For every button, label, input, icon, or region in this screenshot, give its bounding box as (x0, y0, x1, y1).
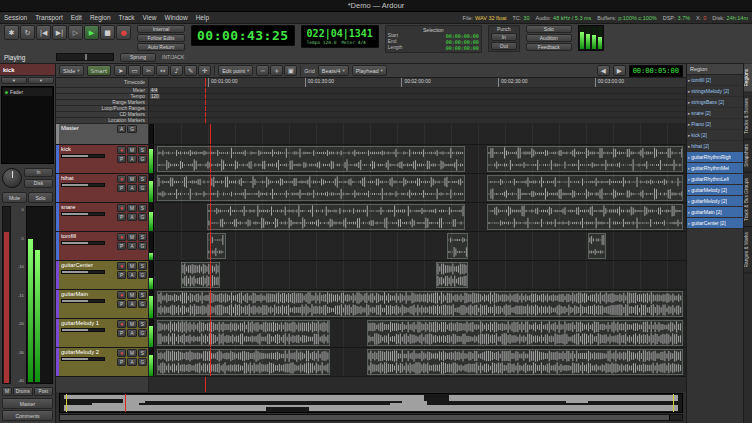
playhead-line[interactable] (210, 319, 211, 347)
play-range-button[interactable]: ▷ (68, 25, 83, 40)
mute-button[interactable]: M (127, 146, 136, 154)
output-routing-button[interactable]: Master (2, 398, 53, 409)
track-header-guitarmelody-1[interactable]: guitarMelody 1●MSPAG (56, 319, 149, 347)
zoom-out-button[interactable]: − (256, 65, 269, 76)
audio-region[interactable] (367, 349, 684, 375)
comments-button[interactable]: Comments (2, 410, 53, 421)
tool-stretch-button[interactable]: ↔ (156, 65, 169, 76)
playhead-line[interactable] (210, 290, 211, 318)
expand-icon[interactable]: ▸ (688, 177, 690, 182)
expand-icon[interactable]: ▸ (688, 133, 690, 138)
group-button[interactable]: G (138, 358, 147, 366)
track-fader[interactable] (61, 328, 105, 332)
regions-header[interactable]: Region (687, 64, 743, 75)
solo-button[interactable]: S (138, 146, 147, 154)
track-header-hihat[interactable]: hihat●MSPAG (56, 174, 149, 202)
group-button[interactable]: G (138, 184, 147, 192)
nudge-back-button[interactable]: ◀ (597, 65, 610, 76)
horizontal-scrollbar[interactable] (59, 414, 683, 421)
expand-icon[interactable]: ▸ (688, 221, 690, 226)
mute-button[interactable]: M (127, 320, 136, 328)
expand-icon[interactable]: ▸ (688, 199, 690, 204)
playlist-button[interactable]: P (117, 155, 126, 163)
playhead-line[interactable] (205, 100, 206, 105)
track-header-guitarmain[interactable]: guitarMain●MSPAG (56, 290, 149, 318)
tool-audition-button[interactable]: ♪ (170, 65, 183, 76)
playhead-line[interactable] (210, 261, 211, 289)
solo-button[interactable]: S (138, 204, 147, 212)
smart-mode-button[interactable]: Smart (87, 65, 112, 76)
expand-icon[interactable]: ▸ (688, 122, 690, 127)
group-button[interactable]: G (138, 271, 147, 279)
automation-button[interactable]: A (127, 242, 136, 250)
tool-range-button[interactable]: ▭ (128, 65, 141, 76)
expand-icon[interactable]: ▸ (688, 111, 690, 116)
processor-box[interactable]: Fader (1, 86, 54, 164)
playhead-line[interactable] (205, 112, 206, 117)
editor-summary[interactable] (59, 393, 683, 413)
track-fader[interactable] (61, 212, 105, 216)
shuttle-mode-button[interactable]: Sprung (120, 53, 156, 62)
edit-point-dropdown[interactable]: Edit point▾ (218, 65, 253, 76)
track-lane-guitarmelody-2[interactable] (154, 348, 686, 376)
mute-button[interactable]: M (127, 175, 136, 183)
gain-fader[interactable] (2, 206, 11, 384)
solo-button[interactable]: S (138, 349, 147, 357)
input-button[interactable]: In (24, 168, 53, 177)
audio-region[interactable] (157, 349, 330, 375)
track-header-snare[interactable]: snare●MSPAG (56, 203, 149, 231)
expand-icon[interactable]: ▸ (688, 100, 690, 105)
track-fader[interactable] (61, 241, 105, 245)
ruler-timecode[interactable]: 00:01:00:0000:01:30:0000:02:00:0000:02:3… (149, 78, 686, 87)
audition-button[interactable]: Audition (526, 34, 572, 42)
record-arm-button[interactable]: ● (117, 204, 126, 212)
meter-marker[interactable]: 4/4 (150, 88, 158, 93)
solo-button[interactable]: S (138, 291, 147, 299)
track-lane-kick[interactable] (154, 145, 686, 173)
meter-position-button[interactable]: Post (34, 387, 54, 396)
follow-edits-button[interactable]: Follow Edits (137, 34, 185, 42)
side-tab-snapshots[interactable]: Snapshots (744, 139, 752, 173)
record-button[interactable]: ● (116, 25, 131, 40)
shuttle-control[interactable] (56, 53, 114, 61)
ruler-loop-punch-ranges[interactable] (149, 106, 686, 111)
record-arm-button[interactable]: ● (117, 349, 126, 357)
nudge-forward-button[interactable]: ▶ (613, 65, 626, 76)
region-list-item[interactable]: ▸guitarCenter [2] (687, 218, 743, 229)
record-arm-button[interactable]: ● (117, 233, 126, 241)
group-button[interactable]: Drums (13, 387, 33, 396)
region-list-item[interactable]: ▸snare [2] (687, 108, 743, 119)
track-lane-tomfill[interactable] (154, 232, 686, 260)
tool-draw-button[interactable]: ✎ (184, 65, 197, 76)
record-arm-button[interactable]: ● (117, 146, 126, 154)
solo-button[interactable]: S (138, 233, 147, 241)
midi-panic-button[interactable]: ✱ (4, 25, 19, 40)
audio-region[interactable] (487, 204, 684, 230)
automation-button[interactable]: A (127, 358, 136, 366)
menu-transport[interactable]: Transport (35, 14, 63, 21)
region-list-item[interactable]: ▸guitarMelody [2] (687, 185, 743, 196)
ruler-location-markers[interactable] (149, 118, 686, 123)
mute-button[interactable]: M (127, 233, 136, 241)
audio-region[interactable] (367, 320, 684, 346)
track-fader[interactable] (61, 299, 105, 303)
automation-button[interactable]: A (127, 271, 136, 279)
auto-return-button[interactable]: Auto Return (137, 43, 185, 51)
ruler-meter[interactable]: 4/4 (149, 88, 686, 93)
track-header-tomfill[interactable]: tomfill●MSPAG (56, 232, 149, 260)
record-arm-button[interactable]: ● (117, 320, 126, 328)
record-arm-button[interactable]: ● (117, 291, 126, 299)
audio-region[interactable] (447, 233, 468, 259)
internal-button[interactable]: Internal (137, 25, 185, 33)
punch-in-button[interactable]: In (491, 33, 517, 41)
mute-button[interactable]: M (127, 349, 136, 357)
audio-region[interactable] (207, 204, 465, 230)
region-list-item[interactable]: ▸hihat [2] (687, 141, 743, 152)
nudge-clock[interactable]: 00:00:05:00 (629, 65, 683, 77)
mute-button[interactable]: M (127, 291, 136, 299)
primary-clock[interactable]: 00:00:43:25 (191, 25, 295, 46)
audio-region[interactable] (487, 146, 684, 172)
grid-type-dropdown[interactable]: Beats/4▾ (318, 65, 349, 76)
punch-out-button[interactable]: Out (491, 42, 517, 50)
region-list-item[interactable]: ▸guitarMain [2] (687, 207, 743, 218)
